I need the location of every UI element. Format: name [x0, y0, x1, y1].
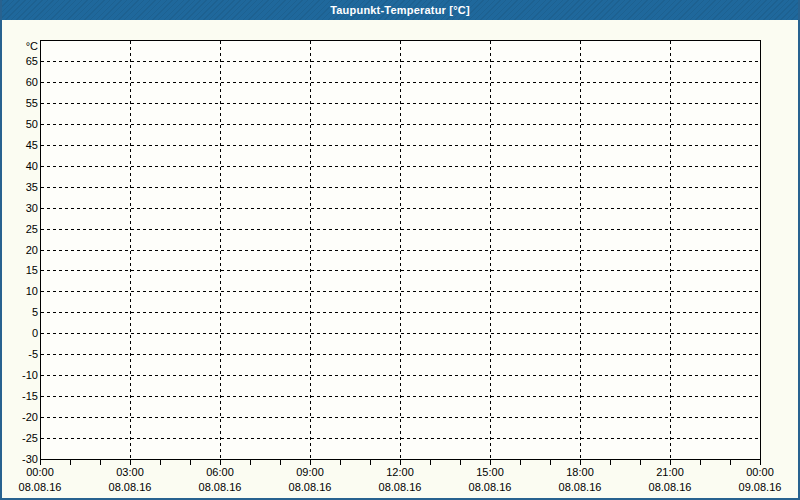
x-time-label: 00:00 [8, 466, 72, 478]
y-tick-label: 10 [2, 285, 38, 297]
x-axis-tick [250, 460, 251, 465]
x-axis-tick [640, 460, 641, 465]
x-time-label: 18:00 [548, 466, 612, 478]
y-tick-label: 55 [2, 97, 38, 109]
x-axis-tick [400, 460, 401, 465]
x-grid-line [580, 41, 581, 458]
x-axis-tick [370, 460, 371, 465]
x-axis-tick [760, 460, 761, 465]
x-axis-tick [40, 460, 41, 465]
y-tick-label: 15 [2, 264, 38, 276]
y-tick-label: 50 [2, 118, 38, 130]
x-axis-tick [430, 460, 431, 465]
y-tick-label: 65 [2, 55, 38, 67]
x-date-label: 08.08.16 [638, 481, 702, 493]
y-tick-label: -5 [2, 348, 38, 360]
x-date-label: 08.08.16 [8, 481, 72, 493]
x-time-label: 15:00 [458, 466, 522, 478]
y-tick-label: -15 [2, 390, 38, 402]
y-tick-label: 20 [2, 244, 38, 256]
x-date-label: 08.08.16 [278, 481, 342, 493]
x-axis-tick [100, 460, 101, 465]
x-date-label: 08.08.16 [368, 481, 432, 493]
x-axis-tick [730, 460, 731, 465]
x-axis-tick [220, 460, 221, 465]
x-grid-line [400, 41, 401, 458]
y-tick-label: 60 [2, 76, 38, 88]
y-tick-label: -30 [2, 453, 38, 465]
x-axis-tick [70, 460, 71, 465]
x-time-label: 00:00 [728, 466, 792, 478]
y-tick-label: -10 [2, 369, 38, 381]
x-axis-tick [700, 460, 701, 465]
x-axis-tick [160, 460, 161, 465]
x-time-label: 09:00 [278, 466, 342, 478]
x-axis-tick [490, 460, 491, 465]
x-time-label: 03:00 [98, 466, 162, 478]
chart-window: Taupunkt-Temperatur [°C] °C6560555045403… [0, 0, 800, 500]
x-time-label: 06:00 [188, 466, 252, 478]
y-tick-label: -25 [2, 432, 38, 444]
y-tick-label: 35 [2, 181, 38, 193]
x-grid-line [310, 41, 311, 458]
x-axis-tick [520, 460, 521, 465]
x-date-label: 09.08.16 [728, 481, 792, 493]
x-axis-tick [130, 460, 131, 465]
x-axis-tick [280, 460, 281, 465]
y-tick-label: 0 [2, 327, 38, 339]
x-grid-line [220, 41, 221, 458]
x-axis-tick [190, 460, 191, 465]
x-time-label: 21:00 [638, 466, 702, 478]
x-axis-tick [610, 460, 611, 465]
x-grid-line [670, 41, 671, 458]
x-axis-tick [310, 460, 311, 465]
y-tick-label: -20 [2, 411, 38, 423]
y-tick-label: 25 [2, 223, 38, 235]
y-tick-label: 30 [2, 202, 38, 214]
x-axis-tick [340, 460, 341, 465]
y-tick-label: 40 [2, 160, 38, 172]
x-axis-tick [580, 460, 581, 465]
x-date-label: 08.08.16 [458, 481, 522, 493]
window-title: Taupunkt-Temperatur [°C] [330, 4, 470, 16]
y-axis-unit-label: °C [2, 40, 38, 52]
title-bar: Taupunkt-Temperatur [°C] [2, 0, 798, 20]
x-grid-line [130, 41, 131, 458]
y-tick-label: 45 [2, 139, 38, 151]
x-date-label: 08.08.16 [188, 481, 252, 493]
x-axis-tick [460, 460, 461, 465]
x-date-label: 08.08.16 [98, 481, 162, 493]
x-grid-line [490, 41, 491, 458]
x-time-label: 12:00 [368, 466, 432, 478]
y-tick-label: 5 [2, 306, 38, 318]
x-date-label: 08.08.16 [548, 481, 612, 493]
x-axis-tick [670, 460, 671, 465]
x-axis-tick [550, 460, 551, 465]
